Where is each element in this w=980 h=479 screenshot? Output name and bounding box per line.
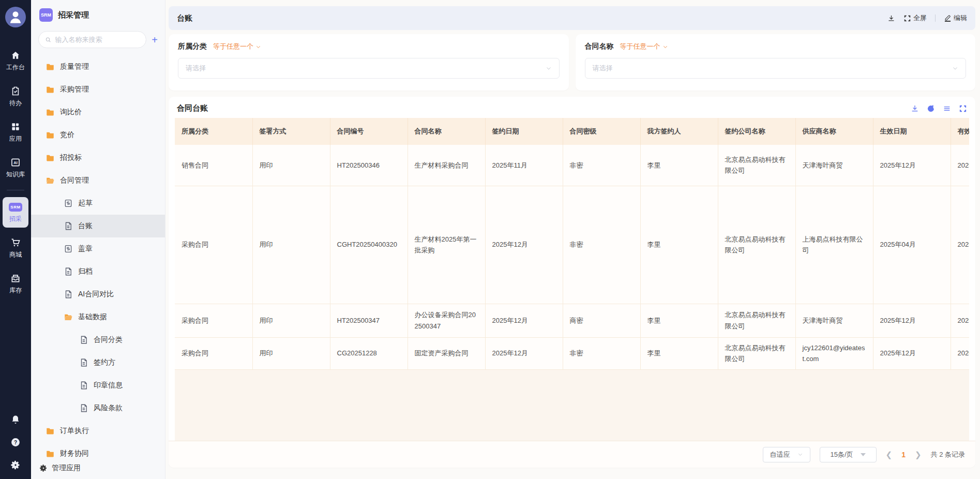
add-button[interactable]: + <box>152 35 158 45</box>
table-row[interactable]: 采购合同用印CGHT20250400320生产材料2025年第一批采购2025年… <box>175 186 969 304</box>
chevron-down-icon <box>662 44 668 50</box>
rail-nav: 工作台待办应用AI知识库SRM招采商城库存 <box>0 43 31 302</box>
table-cell: 上海易点科技有限公司 <box>795 186 873 304</box>
rail-item-label: 待办 <box>9 99 22 108</box>
rail-item-label: 应用 <box>9 134 22 143</box>
table-cell: 天津海叶商贸 <box>795 304 873 337</box>
fullscreen-button[interactable]: 全屏 <box>903 13 927 23</box>
chevron-down-icon <box>797 452 803 457</box>
table-row[interactable]: 采购合同用印HT202500347办公设备采购合同2025003472025年1… <box>175 304 969 337</box>
table-cell: CGHT20250400320 <box>330 186 408 304</box>
table-cell: 办公设备采购合同202500347 <box>408 304 485 337</box>
column-header: 签署方式 <box>252 118 330 145</box>
column-header: 签约公司名称 <box>718 118 795 145</box>
rail-item-workbench[interactable]: 工作台 <box>3 46 28 76</box>
select-placeholder: 请选择 <box>186 64 546 73</box>
user-avatar[interactable] <box>5 7 26 27</box>
sidebar-item-台账[interactable]: 台账 <box>31 215 165 237</box>
table-cell: 非密 <box>563 186 640 304</box>
download-icon <box>887 14 895 22</box>
fit-mode-select[interactable]: 自适应 <box>763 447 810 462</box>
srm-icon: SRM <box>10 201 21 213</box>
doc-icon <box>63 266 73 277</box>
sidebar-item-招投标[interactable]: 招投标 <box>31 146 165 169</box>
gear-icon <box>39 464 48 472</box>
table-cell: 采购合同 <box>175 304 252 337</box>
sidebar-item-label: 采购管理 <box>60 85 89 94</box>
sidebar-item-label: 风险条款 <box>94 403 123 413</box>
sidebar-item-起草[interactable]: 起草 <box>31 192 165 215</box>
todo-icon <box>10 85 21 97</box>
table-cell: 固定资产采购合同 <box>408 337 485 369</box>
rail-item-knowledge[interactable]: AI知识库 <box>3 153 28 183</box>
sidebar-search[interactable] <box>38 31 146 48</box>
refresh-icon[interactable] <box>927 104 935 113</box>
rail-item-mall[interactable]: 商城 <box>3 233 28 263</box>
sidebar-item-label: 质量管理 <box>60 62 89 71</box>
person-icon <box>5 7 26 27</box>
current-page[interactable]: 1 <box>901 451 906 459</box>
sidebar-item-签约方[interactable]: 签约方 <box>31 351 165 374</box>
sidebar-item-盖章[interactable]: 盖章 <box>31 237 165 260</box>
chevron-down-icon <box>952 65 958 71</box>
table-cell: 李里 <box>640 304 718 337</box>
sidebar-item-质量管理[interactable]: 质量管理 <box>31 55 165 78</box>
table-download-icon[interactable] <box>911 104 919 113</box>
svg-text:AI: AI <box>13 160 18 165</box>
table-row[interactable]: 销售合同用印HT202500346生产材料采购合同2025年11月非密李里北京易… <box>175 145 969 186</box>
sidebar-item-竞价[interactable]: 竞价 <box>31 124 165 146</box>
folder-open-icon <box>63 312 73 322</box>
table-cell: jcy122601@yideatest.com <box>795 337 873 369</box>
table-cell: 商密 <box>563 304 640 337</box>
prev-page-button[interactable]: ❮ <box>886 451 893 458</box>
chevron-down-icon <box>255 44 261 50</box>
filter-operator-dropdown[interactable]: 等于任意一个 <box>620 42 668 51</box>
table-cell: 用印 <box>252 304 330 337</box>
table-cell: 2025年12月 <box>485 304 563 337</box>
folder-icon <box>45 426 55 436</box>
question-icon[interactable]: ? <box>10 437 21 448</box>
table-cell: 用印 <box>252 186 330 304</box>
sidebar-item-label: AI合同对比 <box>78 290 114 299</box>
sidebar-item-印章信息[interactable]: 印章信息 <box>31 374 165 397</box>
sidebar-item-合同分类[interactable]: 合同分类 <box>31 328 165 351</box>
sidebar-item-采购管理[interactable]: 采购管理 <box>31 78 165 101</box>
download-button[interactable] <box>887 14 895 22</box>
manage-apps-button[interactable]: 管理应用 <box>31 458 165 479</box>
search-input[interactable] <box>55 36 140 43</box>
rail-item-apps[interactable]: 应用 <box>3 117 28 147</box>
filter-operator-dropdown[interactable]: 等于任意一个 <box>213 42 261 51</box>
table-cell: HT202500346 <box>330 145 408 186</box>
sidebar-item-订单执行[interactable]: 订单执行 <box>31 420 165 442</box>
edit-button[interactable]: 编辑 <box>944 13 967 23</box>
folder-icon <box>45 84 55 95</box>
sidebar-item-AI合同对比[interactable]: AI合同对比 <box>31 283 165 306</box>
rail-item-todo[interactable]: 待办 <box>3 81 28 112</box>
category-select[interactable]: 请选择 <box>178 58 560 79</box>
sidebar: SRM 招采管理 + 质量管理采购管理询比价竞价招投标合同管理起草台账盖章归档A… <box>31 0 165 479</box>
table-row[interactable]: 采购合同用印CG20251228固定资产采购合同2025年12月非密李里北京易点… <box>175 337 969 369</box>
table-cell: 李里 <box>640 337 718 369</box>
app-window: 工作台待办应用AI知识库SRM招采商城库存 ? SRM 招采管理 + 质量管理采… <box>0 0 980 479</box>
page-size-select[interactable]: 15条/页 <box>820 447 877 462</box>
sidebar-item-风险条款[interactable]: 风险条款 <box>31 397 165 420</box>
apps-icon <box>10 121 21 132</box>
contract-name-select[interactable]: 请选择 <box>585 58 967 79</box>
rail-item-procurement[interactable]: SRM招采 <box>3 197 28 228</box>
bell-icon[interactable] <box>10 414 21 425</box>
column-settings-icon[interactable] <box>943 104 951 113</box>
gear-icon[interactable] <box>10 459 21 471</box>
sidebar-item-基础数据[interactable]: 基础数据 <box>31 306 165 328</box>
sidebar-item-label: 签约方 <box>94 358 115 367</box>
sidebar-item-label: 财务协同 <box>60 449 89 458</box>
sidebar-item-合同管理[interactable]: 合同管理 <box>31 169 165 192</box>
sidebar-item-财务协同[interactable]: 财务协同 <box>31 442 165 458</box>
rail-item-inventory[interactable]: 库存 <box>3 268 28 299</box>
table-fullscreen-icon[interactable] <box>959 104 967 113</box>
srm-app-badge: SRM <box>39 8 53 22</box>
caret-down-icon <box>861 453 866 456</box>
sidebar-item-归档[interactable]: 归档 <box>31 260 165 283</box>
sidebar-item-询比价[interactable]: 询比价 <box>31 101 165 124</box>
next-page-button[interactable]: ❯ <box>915 451 922 458</box>
chevron-down-icon <box>546 65 552 71</box>
